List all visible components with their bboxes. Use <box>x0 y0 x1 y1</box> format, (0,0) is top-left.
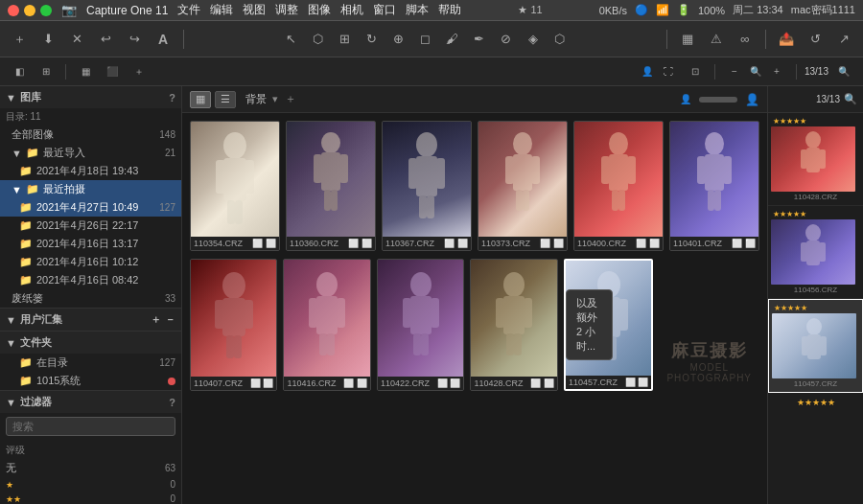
library-help[interactable]: ? <box>169 92 175 103</box>
separator2 <box>666 30 667 49</box>
photo-thumb-1[interactable]: 110354.CRZ ⬜ ⬜ <box>190 121 280 251</box>
svg-rect-26 <box>601 156 610 184</box>
add-button[interactable]: ＋ <box>8 28 31 51</box>
undo-button[interactable]: ↩ <box>94 28 117 51</box>
svg-rect-3 <box>245 160 254 194</box>
photo-thumb-9[interactable]: 110422.CRZ ⬜ ⬜ <box>377 259 464 391</box>
library-actions: ? <box>169 92 175 103</box>
panel-toggle[interactable]: ⊞ <box>35 60 58 83</box>
main-toolbar: ＋ ⬇ ✕ ↩ ↪ A ↖ ⬡ ⊞ ↻ ⊕ ◻ 🖌 ✒ ⊘ ◈ ⬡ ▦ ⚠ ∞ … <box>0 21 863 57</box>
list-view-toggle[interactable]: ☰ <box>215 91 236 108</box>
menu-image[interactable]: 图像 <box>308 2 331 18</box>
zoom-slider[interactable] <box>699 97 737 103</box>
info-btn[interactable]: ∞ <box>734 28 757 51</box>
crop-tool[interactable]: ⊞ <box>334 28 357 51</box>
dropdown-icon[interactable]: ▾ <box>272 93 278 105</box>
photo-thumb-2[interactable]: 110360.CRZ ⬜ ⬜ <box>286 121 376 251</box>
menu-edit[interactable]: 编辑 <box>210 2 233 18</box>
keystone-tool[interactable]: ◻ <box>414 28 437 51</box>
menu-camera[interactable]: 相机 <box>340 2 363 18</box>
slideshow-item[interactable]: 废纸篓 33 <box>0 289 181 308</box>
svg-rect-21 <box>531 156 540 184</box>
menu-adjust[interactable]: 调整 <box>275 2 298 18</box>
export-btn[interactable]: 📤 <box>775 28 798 51</box>
import-button[interactable]: ⬇ <box>36 28 59 51</box>
close-btn[interactable]: ✕ <box>65 28 88 51</box>
photo-thumb-4[interactable]: 110373.CRZ ⬜ ⬜ <box>478 121 568 251</box>
filmstrip-item-3[interactable]: ★★★★★ 110457.CRZ <box>768 299 863 393</box>
recent-import-item[interactable]: ▼ 📁 最近导入 21 <box>0 144 181 162</box>
uc-remove-btn[interactable]: － <box>165 312 175 327</box>
menubar-right: 0KB/s 🔵 📶 🔋 100% 周二 13:34 mac密码1111 <box>599 3 855 17</box>
capture-date4-item[interactable]: 📁 2021年4月16日 10:12 <box>0 253 181 271</box>
minimize-button[interactable] <box>24 5 35 16</box>
text-button[interactable]: A <box>152 28 175 51</box>
grid-view-toggle[interactable]: ▦ <box>190 91 211 108</box>
svg-rect-19 <box>513 154 532 191</box>
grid-mode-btn[interactable]: ▦ <box>74 60 97 83</box>
uc-add-btn[interactable]: ＋ <box>151 312 161 327</box>
brush-tool[interactable]: 🖌 <box>441 28 464 51</box>
menu-script[interactable]: 脚本 <box>406 2 429 18</box>
zoom-in-btn[interactable]: + <box>765 60 788 83</box>
system-folder-icon: 📁 <box>19 375 33 387</box>
photo-thumb-3[interactable]: 110367.CRZ ⬜ ⬜ <box>382 121 472 251</box>
straighten-tool[interactable]: ⊕ <box>387 28 410 51</box>
settings-btn[interactable]: ↗ <box>832 28 855 51</box>
system-item[interactable]: 📁 1015系统 <box>0 372 181 390</box>
capture-date1-item[interactable]: 📁 2021年4月27日 10:49 127 <box>0 198 181 217</box>
filters-help[interactable]: ? <box>169 397 175 408</box>
all-images-item[interactable]: 全部图像 148 <box>0 126 181 144</box>
capture-date2-label: 2021年4月26日 22:17 <box>36 218 138 233</box>
svg-point-36 <box>222 272 245 299</box>
svg-rect-11 <box>331 190 338 211</box>
redo-button[interactable]: ↪ <box>123 28 146 51</box>
filmstrip-item-1[interactable]: ★★★★★ 110428.CRZ <box>768 113 863 206</box>
add-to-album-btn[interactable]: ＋ <box>282 91 299 108</box>
filmstrip-item-2[interactable]: ★★★★★ 110456.CRZ <box>768 206 863 299</box>
add-album-btn[interactable]: ＋ <box>128 60 151 83</box>
photo-thumb-11[interactable]: 110457.CRZ ⬜ ⬜ 以及额外 2 小时... <box>564 259 653 391</box>
panel-left-btn[interactable]: ◧ <box>8 60 31 83</box>
compare-btn[interactable]: ⊡ <box>684 60 707 83</box>
search-input[interactable] <box>6 417 175 436</box>
heal-tool[interactable]: ⊘ <box>495 28 518 51</box>
watermark-area: 麻豆摄影 MODEL PHOTOGRAPHY <box>659 259 759 391</box>
bottom-stars-label: ★★★★★ <box>797 398 835 407</box>
photo-thumb-7[interactable]: 110407.CRZ ⬜ ⬜ <box>190 259 277 391</box>
sync-btn[interactable]: ↺ <box>804 28 827 51</box>
close-button[interactable] <box>8 5 19 16</box>
menu-file[interactable]: 文件 <box>177 2 200 18</box>
cursor-tool[interactable]: ↖ <box>280 28 303 51</box>
capture-date2-item[interactable]: 📁 2021年4月26日 22:17 <box>0 217 181 235</box>
histogram-btn[interactable]: ▦ <box>676 28 699 51</box>
capture-date3-item[interactable]: 📁 2021年4月16日 13:17 <box>0 235 181 253</box>
maximize-button[interactable] <box>40 5 52 16</box>
zoom-out-btn[interactable]: − <box>723 60 746 83</box>
lasso-tool[interactable]: ⬡ <box>307 28 330 51</box>
capture-date5-item[interactable]: 📁 2021年4月16日 08:42 <box>0 271 181 289</box>
photo-thumb-8[interactable]: 110416.CRZ ⬜ ⬜ <box>283 259 370 391</box>
fullscreen-btn[interactable]: ⛶ <box>657 60 680 83</box>
menu-window[interactable]: 窗口 <box>373 2 396 18</box>
in-catalog-item[interactable]: 📁 在目录 127 <box>0 354 181 372</box>
menu-view[interactable]: 视图 <box>243 2 266 18</box>
photo-thumb-5[interactable]: 110400.CRZ ⬜ ⬜ <box>573 121 664 251</box>
catalog-folder-icon: 📁 <box>19 356 33 369</box>
recent-import-date[interactable]: 📁 2021年4月18日 19:43 <box>0 162 181 180</box>
erase-tool[interactable]: ◈ <box>522 28 545 51</box>
search-right-btn[interactable]: 🔍 <box>832 60 855 83</box>
search-icon-right[interactable]: 🔍 <box>844 93 857 105</box>
recent-capture-triangle: ▼ <box>12 184 22 195</box>
picker-tool[interactable]: ⬡ <box>548 28 571 51</box>
clone-tool[interactable]: ✒ <box>468 28 491 51</box>
menu-help[interactable]: 帮助 <box>438 2 461 18</box>
album-name: 背景 <box>245 92 267 106</box>
photo-image-9 <box>378 260 463 377</box>
photo-thumb-6[interactable]: 110401.CRZ ⬜ ⬜ <box>669 121 759 251</box>
photo-thumb-10[interactable]: 110428.CRZ ⬜ ⬜ <box>470 259 557 391</box>
rotate-tool[interactable]: ↻ <box>361 28 384 51</box>
viewer-mode-btn[interactable]: ⬛ <box>101 60 124 83</box>
warning-btn[interactable]: ⚠ <box>705 28 728 51</box>
recent-capture-item[interactable]: ▼ 📁 最近拍摄 <box>0 180 181 198</box>
